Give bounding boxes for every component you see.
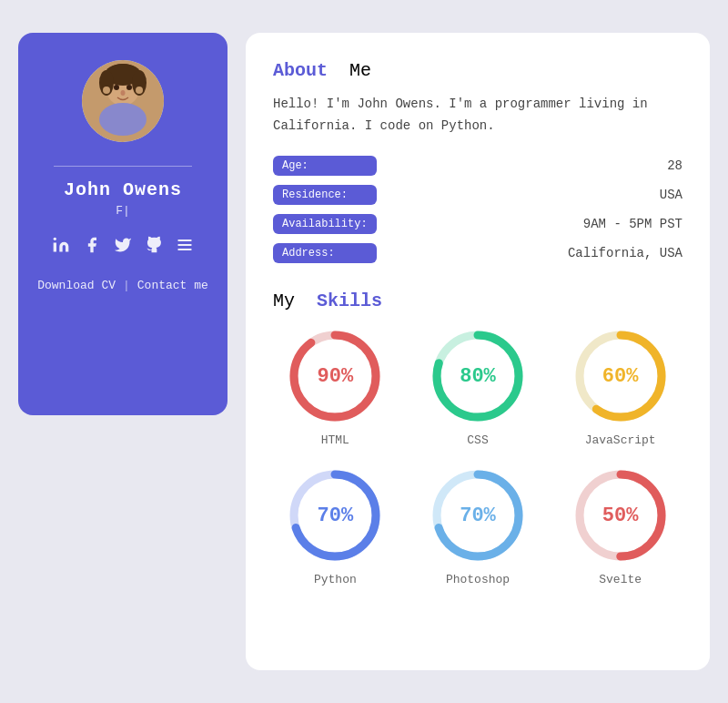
skill-percent: 90% xyxy=(318,364,354,387)
info-value: 28 xyxy=(386,158,682,173)
facebook-icon[interactable] xyxy=(83,236,101,259)
svg-point-10 xyxy=(121,90,126,96)
skill-item: 60% JavaScript xyxy=(558,326,682,447)
svg-point-7 xyxy=(136,87,143,94)
info-badge: Address: xyxy=(273,243,377,263)
info-value: California, USA xyxy=(386,246,682,260)
skill-label: Photoshop xyxy=(446,573,510,586)
skill-percent: 80% xyxy=(460,364,496,387)
avatar xyxy=(82,60,164,142)
stack-icon[interactable] xyxy=(176,236,194,259)
skill-item: 70% Python xyxy=(273,465,398,586)
svg-point-6 xyxy=(103,87,110,94)
download-cv-link[interactable]: Download CV xyxy=(37,279,116,292)
profile-subtitle: F| xyxy=(116,204,130,218)
skill-item: 90% HTML xyxy=(273,326,398,447)
skill-item: 70% Photoshop xyxy=(416,465,541,586)
info-value: 9AM - 5PM PST xyxy=(386,217,682,231)
skill-label: HTML xyxy=(321,433,349,447)
linkedin-icon[interactable] xyxy=(52,236,70,259)
skill-circle: 80% xyxy=(428,326,528,426)
skill-circle: 70% xyxy=(285,465,385,565)
info-grid: Age:28Residence:USAAvailability:9AM - 5P… xyxy=(273,156,682,263)
svg-point-9 xyxy=(126,85,132,90)
info-badge: Availability: xyxy=(273,214,377,234)
skill-percent: 70% xyxy=(460,504,496,526)
action-links: Download CV | Contact me xyxy=(37,279,208,292)
skill-circle: 90% xyxy=(285,326,385,426)
skill-percent: 60% xyxy=(602,364,639,387)
svg-point-12 xyxy=(99,103,147,136)
info-badge: Residence: xyxy=(273,185,377,205)
skills-title: My Skills xyxy=(273,290,682,311)
skill-circle: 60% xyxy=(571,326,671,426)
skill-label: Python xyxy=(314,573,357,586)
skill-label: CSS xyxy=(467,433,488,447)
skill-label: Svelte xyxy=(599,573,642,586)
skills-title-plain: My xyxy=(273,290,295,311)
svg-point-14 xyxy=(54,238,56,240)
svg-rect-13 xyxy=(54,243,56,252)
skill-percent: 50% xyxy=(602,504,639,526)
about-text: Hello! I'm John Owens. I'm a programmer … xyxy=(273,94,682,138)
info-badge: Age: xyxy=(273,156,377,176)
twitter-icon[interactable] xyxy=(114,236,132,259)
about-title-rest: Me xyxy=(349,60,371,81)
github-icon[interactable] xyxy=(145,236,163,259)
profile-name: John Owens xyxy=(64,179,182,200)
skills-grid: 90% HTML 80% CSS 60% JavaScript 70% Pyth… xyxy=(273,326,682,586)
about-title-highlight: About xyxy=(273,60,328,81)
social-icons-row xyxy=(52,236,194,259)
skill-item: 50% Svelte xyxy=(558,465,682,586)
avatar-image xyxy=(82,60,164,142)
contact-me-link[interactable]: Contact me xyxy=(137,279,208,292)
skill-item: 80% CSS xyxy=(416,326,541,447)
main-content-card: About Me Hello! I'm John Owens. I'm a pr… xyxy=(246,33,710,670)
about-title: About Me xyxy=(273,60,682,81)
card-divider xyxy=(54,166,192,167)
info-value: USA xyxy=(386,188,682,202)
skill-percent: 70% xyxy=(318,504,354,526)
skills-title-highlight: Skills xyxy=(317,290,382,311)
link-separator: | xyxy=(123,279,130,292)
main-container: John Owens F| Download xyxy=(18,33,710,670)
skill-circle: 50% xyxy=(571,465,671,565)
skill-circle: 70% xyxy=(428,465,528,565)
skill-label: JavaScript xyxy=(585,433,656,447)
svg-point-8 xyxy=(114,85,119,90)
profile-card: John Owens F| Download xyxy=(18,33,228,415)
